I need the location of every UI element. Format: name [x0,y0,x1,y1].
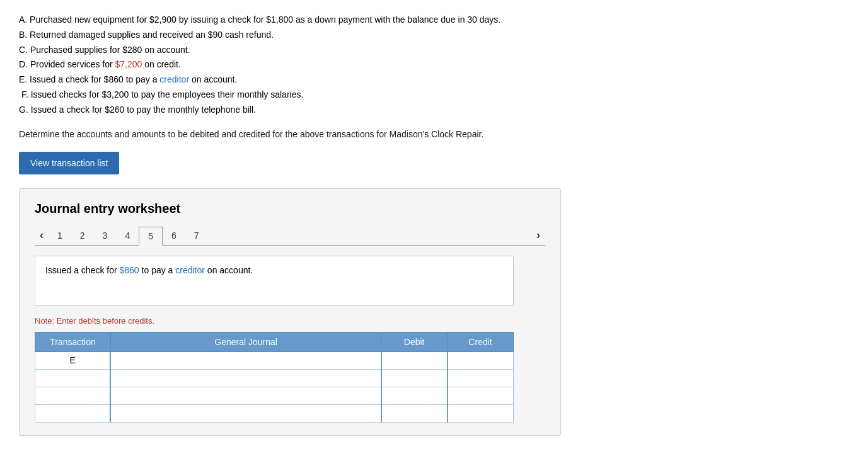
credit-input-1[interactable] [453,356,508,365]
cell-debit-1[interactable] [381,351,448,369]
transaction-item-b: B. Returned damaged supplies and receive… [19,28,849,43]
tab-prev-arrow[interactable]: ‹ [35,226,49,244]
cell-transaction-2 [35,369,111,387]
tab-5[interactable]: 5 [139,227,163,246]
transaction-item-c: C. Purchased supplies for $280 on accoun… [19,43,849,58]
debit-input-2[interactable] [387,373,442,383]
gj-input-2[interactable] [116,373,375,383]
credit-input-4[interactable] [453,409,508,418]
col-header-credit: Credit [448,332,514,351]
debit-input-4[interactable] [387,409,442,418]
transaction-item-g: G. Issued a check for $260 to pay the mo… [19,103,849,118]
table-row [35,404,514,422]
tab-2[interactable]: 2 [71,227,94,244]
cell-credit-3[interactable] [448,387,514,404]
transaction-description-text: Issued a check for $860 to pay a credito… [45,265,253,275]
view-transaction-list-button[interactable]: View transaction list [19,152,119,174]
determine-text: Determine the accounts and amounts to be… [19,129,849,139]
cell-debit-2[interactable] [381,369,448,387]
tab-1[interactable]: 1 [49,227,71,244]
col-header-general-journal: General Journal [110,332,381,351]
transactions-list: A. Purchased new equipment for $2,900 by… [19,13,849,118]
journal-table: Transaction General Journal Debit Credit… [35,332,514,423]
cell-credit-2[interactable] [448,369,514,387]
tab-6[interactable]: 6 [163,227,185,244]
tabs-row: ‹ 1 2 3 4 5 6 7 › [35,226,545,246]
gj-input-3[interactable] [116,391,375,401]
tab-3[interactable]: 3 [94,227,117,244]
worksheet-container: Journal entry worksheet ‹ 1 2 3 4 5 6 7 … [19,188,561,436]
cell-gj-3[interactable] [110,387,381,404]
cell-credit-4[interactable] [448,404,514,422]
worksheet-title: Journal entry worksheet [35,202,545,216]
cell-debit-4[interactable] [381,404,448,422]
cell-gj-1[interactable] [110,351,381,369]
credit-input-2[interactable] [453,373,508,383]
gj-input-1[interactable] [116,356,375,365]
cell-gj-2[interactable] [110,369,381,387]
debit-input-1[interactable] [387,356,442,365]
cell-transaction-3 [35,387,111,404]
cell-gj-4[interactable] [110,404,381,422]
tab-4[interactable]: 4 [116,227,139,244]
table-row [35,387,514,404]
gj-input-4[interactable] [116,409,375,418]
table-row [35,369,514,387]
transaction-description-box: Issued a check for $860 to pay a credito… [35,256,514,306]
credit-input-3[interactable] [453,391,508,401]
tab-next-arrow[interactable]: › [531,226,545,244]
cell-transaction-e: E [35,351,111,369]
col-header-debit: Debit [381,332,448,351]
col-header-transaction: Transaction [35,332,111,351]
table-row: E [35,351,514,369]
cell-transaction-4 [35,404,111,422]
cell-credit-1[interactable] [448,351,514,369]
transaction-item-e: E. Issued a check for $860 to pay a cred… [19,72,849,88]
tab-7[interactable]: 7 [185,227,208,244]
transaction-item-a: A. Purchased new equipment for $2,900 by… [19,13,849,28]
note-text: Note: Enter debits before credits. [35,316,545,326]
cell-debit-3[interactable] [381,387,448,404]
debit-input-3[interactable] [387,391,442,401]
transaction-item-d: D. Provided services for $7,200 on credi… [19,57,849,72]
transaction-item-f: F. Issued checks for $3,200 to pay the e… [19,88,849,103]
